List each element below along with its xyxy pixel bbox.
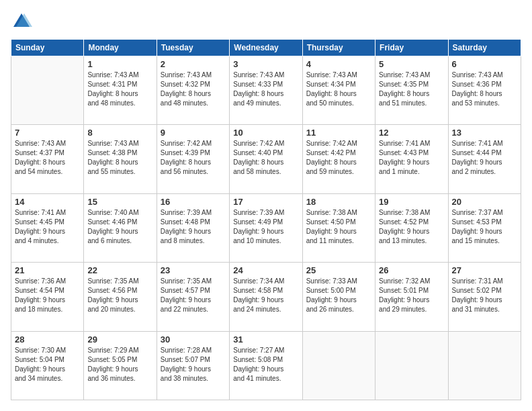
calendar-week-row: 14Sunrise: 7:41 AMSunset: 4:45 PMDayligh…: [11, 193, 521, 262]
day-info: Sunrise: 7:43 AMSunset: 4:34 PMDaylight:…: [306, 71, 371, 108]
calendar-cell: [375, 331, 448, 400]
day-info: Sunrise: 7:33 AMSunset: 5:00 PMDaylight:…: [306, 277, 371, 314]
day-info: Sunrise: 7:41 AMSunset: 4:44 PMDaylight:…: [452, 139, 517, 177]
calendar-cell: 25Sunrise: 7:33 AMSunset: 5:00 PMDayligh…: [302, 263, 375, 331]
calendar-cell: 16Sunrise: 7:39 AMSunset: 4:48 PMDayligh…: [157, 193, 229, 262]
day-info: Sunrise: 7:43 AMSunset: 4:36 PMDaylight:…: [452, 71, 517, 108]
day-number: 24: [233, 265, 298, 275]
day-info: Sunrise: 7:43 AMSunset: 4:31 PMDaylight:…: [87, 71, 152, 108]
day-number: 25: [306, 265, 371, 275]
day-info: Sunrise: 7:41 AMSunset: 4:43 PMDaylight:…: [379, 139, 444, 177]
day-number: 4: [306, 59, 371, 69]
calendar-header-monday: Monday: [84, 40, 157, 56]
day-number: 11: [306, 128, 371, 138]
calendar-cell: 7Sunrise: 7:43 AMSunset: 4:37 PMDaylight…: [11, 125, 84, 193]
calendar-header-tuesday: Tuesday: [157, 40, 229, 56]
day-number: 31: [233, 334, 298, 345]
calendar-cell: 28Sunrise: 7:30 AMSunset: 5:04 PMDayligh…: [11, 331, 84, 400]
day-number: 22: [87, 265, 152, 275]
day-number: 10: [233, 128, 298, 138]
calendar-week-row: 1Sunrise: 7:43 AMSunset: 4:31 PMDaylight…: [11, 56, 521, 125]
calendar-header-sunday: Sunday: [11, 40, 84, 56]
calendar-cell: 30Sunrise: 7:28 AMSunset: 5:07 PMDayligh…: [157, 331, 229, 400]
calendar-cell: 10Sunrise: 7:42 AMSunset: 4:40 PMDayligh…: [230, 125, 302, 193]
calendar-cell: 3Sunrise: 7:43 AMSunset: 4:33 PMDaylight…: [230, 56, 302, 125]
day-number: 14: [15, 197, 80, 207]
calendar-cell: 15Sunrise: 7:40 AMSunset: 4:46 PMDayligh…: [84, 193, 157, 262]
calendar-cell: 20Sunrise: 7:37 AMSunset: 4:53 PMDayligh…: [448, 193, 521, 262]
calendar-cell: 26Sunrise: 7:32 AMSunset: 5:01 PMDayligh…: [375, 263, 448, 331]
day-info: Sunrise: 7:35 AMSunset: 4:56 PMDaylight:…: [87, 277, 152, 314]
day-info: Sunrise: 7:28 AMSunset: 5:07 PMDaylight:…: [161, 346, 226, 383]
calendar-cell: 17Sunrise: 7:39 AMSunset: 4:49 PMDayligh…: [230, 193, 302, 262]
day-number: 18: [306, 197, 371, 207]
day-info: Sunrise: 7:38 AMSunset: 4:52 PMDaylight:…: [379, 208, 444, 246]
calendar-cell: 21Sunrise: 7:36 AMSunset: 4:54 PMDayligh…: [11, 263, 84, 331]
day-info: Sunrise: 7:31 AMSunset: 5:02 PMDaylight:…: [452, 277, 517, 314]
calendar-header-saturday: Saturday: [448, 40, 521, 56]
day-number: 19: [379, 197, 444, 207]
logo-icon: [11, 11, 32, 32]
day-number: 26: [379, 265, 444, 275]
day-number: 6: [452, 59, 517, 69]
day-number: 16: [161, 197, 226, 207]
day-info: Sunrise: 7:37 AMSunset: 4:53 PMDaylight:…: [452, 208, 517, 246]
calendar-cell: 22Sunrise: 7:35 AMSunset: 4:56 PMDayligh…: [84, 263, 157, 331]
calendar-cell: 11Sunrise: 7:42 AMSunset: 4:42 PMDayligh…: [302, 125, 375, 193]
calendar-header-friday: Friday: [375, 40, 448, 56]
day-info: Sunrise: 7:41 AMSunset: 4:45 PMDaylight:…: [15, 208, 80, 246]
day-info: Sunrise: 7:32 AMSunset: 5:01 PMDaylight:…: [379, 277, 444, 314]
day-info: Sunrise: 7:43 AMSunset: 4:38 PMDaylight:…: [87, 139, 152, 177]
day-info: Sunrise: 7:42 AMSunset: 4:40 PMDaylight:…: [233, 139, 298, 177]
calendar-header-wednesday: Wednesday: [230, 40, 302, 56]
calendar-cell: 1Sunrise: 7:43 AMSunset: 4:31 PMDaylight…: [84, 56, 157, 125]
day-number: 13: [452, 128, 517, 138]
calendar-cell: 29Sunrise: 7:29 AMSunset: 5:05 PMDayligh…: [84, 331, 157, 400]
day-info: Sunrise: 7:43 AMSunset: 4:33 PMDaylight:…: [233, 71, 298, 108]
day-number: 17: [233, 197, 298, 207]
page: SundayMondayTuesdayWednesdayThursdayFrid…: [0, 0, 532, 411]
day-info: Sunrise: 7:34 AMSunset: 4:58 PMDaylight:…: [233, 277, 298, 314]
day-number: 20: [452, 197, 517, 207]
day-info: Sunrise: 7:40 AMSunset: 4:46 PMDaylight:…: [87, 208, 152, 246]
day-number: 28: [15, 334, 80, 345]
day-number: 7: [15, 128, 80, 138]
calendar-cell: 23Sunrise: 7:35 AMSunset: 4:57 PMDayligh…: [157, 263, 229, 331]
calendar-header-row: SundayMondayTuesdayWednesdayThursdayFrid…: [11, 40, 521, 56]
calendar-cell: 24Sunrise: 7:34 AMSunset: 4:58 PMDayligh…: [230, 263, 302, 331]
day-info: Sunrise: 7:38 AMSunset: 4:50 PMDaylight:…: [306, 208, 371, 246]
logo: [11, 11, 35, 32]
calendar-cell: 13Sunrise: 7:41 AMSunset: 4:44 PMDayligh…: [448, 125, 521, 193]
day-info: Sunrise: 7:42 AMSunset: 4:39 PMDaylight:…: [161, 139, 226, 177]
day-number: 29: [87, 334, 152, 345]
calendar-week-row: 21Sunrise: 7:36 AMSunset: 4:54 PMDayligh…: [11, 263, 521, 331]
calendar-cell: 19Sunrise: 7:38 AMSunset: 4:52 PMDayligh…: [375, 193, 448, 262]
calendar-week-row: 28Sunrise: 7:30 AMSunset: 5:04 PMDayligh…: [11, 331, 521, 400]
calendar-cell: 9Sunrise: 7:42 AMSunset: 4:39 PMDaylight…: [157, 125, 229, 193]
calendar-cell: [302, 331, 375, 400]
day-number: 23: [161, 265, 226, 275]
day-info: Sunrise: 7:35 AMSunset: 4:57 PMDaylight:…: [161, 277, 226, 314]
calendar-cell: 8Sunrise: 7:43 AMSunset: 4:38 PMDaylight…: [84, 125, 157, 193]
day-info: Sunrise: 7:39 AMSunset: 4:48 PMDaylight:…: [161, 208, 226, 246]
day-info: Sunrise: 7:43 AMSunset: 4:37 PMDaylight:…: [15, 139, 80, 177]
calendar-cell: [448, 331, 521, 400]
day-number: 1: [87, 59, 152, 69]
day-info: Sunrise: 7:29 AMSunset: 5:05 PMDaylight:…: [87, 346, 152, 383]
calendar-cell: 2Sunrise: 7:43 AMSunset: 4:32 PMDaylight…: [157, 56, 229, 125]
calendar-header-thursday: Thursday: [302, 40, 375, 56]
day-info: Sunrise: 7:43 AMSunset: 4:32 PMDaylight:…: [161, 71, 226, 108]
day-number: 5: [379, 59, 444, 69]
calendar-cell: [11, 56, 84, 125]
calendar-cell: 18Sunrise: 7:38 AMSunset: 4:50 PMDayligh…: [302, 193, 375, 262]
calendar-week-row: 7Sunrise: 7:43 AMSunset: 4:37 PMDaylight…: [11, 125, 521, 193]
day-info: Sunrise: 7:30 AMSunset: 5:04 PMDaylight:…: [15, 346, 80, 383]
calendar-cell: 27Sunrise: 7:31 AMSunset: 5:02 PMDayligh…: [448, 263, 521, 331]
day-info: Sunrise: 7:43 AMSunset: 4:35 PMDaylight:…: [379, 71, 444, 108]
calendar-cell: 5Sunrise: 7:43 AMSunset: 4:35 PMDaylight…: [375, 56, 448, 125]
calendar-cell: 12Sunrise: 7:41 AMSunset: 4:43 PMDayligh…: [375, 125, 448, 193]
header: [11, 11, 521, 32]
day-number: 9: [161, 128, 226, 138]
day-info: Sunrise: 7:27 AMSunset: 5:08 PMDaylight:…: [233, 346, 298, 383]
day-number: 12: [379, 128, 444, 138]
